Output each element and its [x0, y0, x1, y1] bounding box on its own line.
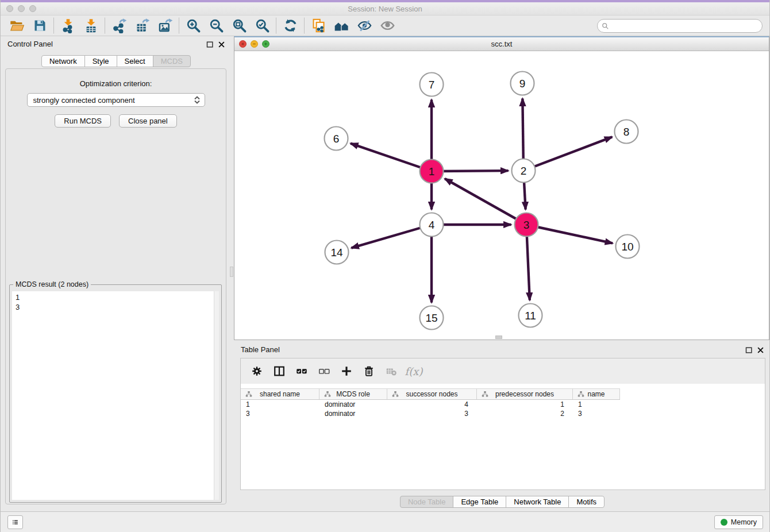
table-tab-motifs[interactable]: Motifs — [568, 496, 605, 508]
network-view-window: scc.txt 7968124314101511 — [234, 36, 769, 340]
vertical-splitter-grip[interactable] — [230, 267, 233, 277]
graph-node-14[interactable]: 14 — [325, 241, 349, 264]
cell-predecessor-nodes[interactable]: 1 — [477, 400, 573, 408]
cell-MCDS-role[interactable]: dominator — [319, 410, 387, 418]
table-tab-edge-table[interactable]: Edge Table — [453, 496, 506, 508]
delete-table-button[interactable] — [383, 363, 399, 379]
cell-predecessor-nodes[interactable]: 2 — [477, 410, 573, 418]
graph-node-7[interactable]: 7 — [420, 73, 444, 97]
graph-edge-3-10[interactable] — [526, 225, 613, 243]
copy-view-button[interactable] — [307, 17, 330, 35]
graph-edge-3-1[interactable] — [445, 179, 526, 225]
svg-text:3: 3 — [523, 219, 530, 231]
graph-node-1[interactable]: 1 — [420, 160, 444, 183]
toolbar-separator — [304, 18, 305, 33]
graph-edge-1-6[interactable] — [351, 144, 432, 171]
export-network-button[interactable] — [107, 17, 130, 35]
graph-node-4[interactable]: 4 — [420, 213, 444, 237]
settings-button[interactable] — [249, 363, 265, 379]
import-table-button[interactable] — [79, 17, 102, 35]
column-header-successor-nodes[interactable]: successor nodes — [387, 389, 477, 399]
close-panel-button[interactable]: Close panel — [119, 114, 177, 128]
optimization-criterion-select[interactable]: strongly connected component — [27, 93, 205, 107]
graph-node-8[interactable]: 8 — [615, 120, 638, 144]
task-history-button[interactable] — [7, 515, 23, 529]
table-row[interactable]: 3dominator323 — [241, 409, 765, 418]
graph-svg: 7968124314101511 — [234, 51, 769, 340]
tab-network[interactable]: Network — [41, 55, 85, 67]
graph-node-10[interactable]: 10 — [616, 235, 640, 259]
zoom-out-button[interactable] — [205, 17, 228, 35]
graph-node-6[interactable]: 6 — [325, 127, 348, 151]
window-resize-grip[interactable] — [495, 336, 502, 339]
network-window-titlebar[interactable]: scc.txt — [234, 37, 769, 51]
column-header-MCDS-role[interactable]: MCDS role — [319, 389, 387, 399]
function-button[interactable]: f(x) — [406, 363, 422, 379]
columns-icon — [273, 365, 286, 377]
open-button[interactable] — [5, 17, 28, 35]
import-network-button[interactable] — [56, 17, 79, 35]
search-box[interactable] — [597, 19, 763, 33]
zoom-selected-button[interactable] — [251, 17, 274, 35]
home-button[interactable] — [330, 17, 353, 35]
export-image-button[interactable] — [153, 17, 176, 35]
cell-shared-name[interactable]: 1 — [241, 400, 319, 408]
float-panel-icon[interactable] — [206, 40, 214, 49]
column-type-icon — [324, 391, 331, 398]
deselect-all-button[interactable] — [316, 363, 332, 379]
column-header-name[interactable]: name — [573, 389, 620, 399]
cell-shared-name[interactable]: 3 — [241, 410, 319, 418]
memory-button[interactable]: Memory — [714, 515, 763, 529]
delete-button[interactable] — [361, 363, 377, 379]
columns-button[interactable] — [271, 363, 287, 379]
search-input[interactable] — [610, 20, 762, 32]
show-graphics-button[interactable] — [376, 17, 399, 35]
graph-node-9[interactable]: 9 — [511, 72, 534, 95]
zoom-fit-button[interactable] — [228, 17, 251, 35]
table-tab-node-table[interactable]: Node Table — [400, 496, 454, 508]
graph-node-11[interactable]: 11 — [519, 304, 542, 327]
graph-edge-2-8[interactable] — [523, 137, 612, 171]
column-header-shared-name[interactable]: shared name — [241, 389, 319, 399]
network-canvas[interactable]: 7968124314101511 — [234, 51, 769, 340]
table-tab-network-table[interactable]: Network Table — [506, 496, 569, 508]
tab-style[interactable]: Style — [84, 55, 117, 67]
column-header-predecessor-nodes[interactable]: predecessor nodes — [477, 389, 573, 399]
column-type-icon — [482, 391, 488, 398]
cell-successor-nodes[interactable]: 4 — [387, 400, 477, 408]
graph-node-15[interactable]: 15 — [420, 306, 444, 330]
svg-text:11: 11 — [525, 310, 536, 322]
cell-MCDS-role[interactable]: dominator — [319, 400, 387, 408]
graph-node-2[interactable]: 2 — [512, 159, 536, 183]
select-all-icon — [295, 365, 308, 377]
hide-graphics-button[interactable] — [353, 17, 376, 35]
zoom-selected-icon — [255, 18, 270, 33]
table-row[interactable]: 1dominator411 — [241, 400, 765, 409]
export-table-button[interactable] — [130, 17, 153, 35]
settings-icon — [251, 365, 263, 377]
main-toolbar — [1, 16, 769, 36]
column-type-icon — [245, 391, 252, 398]
mcds-result-text[interactable]: 13 — [12, 291, 219, 500]
zoom-fit-icon — [232, 18, 247, 33]
refresh-button[interactable] — [279, 17, 302, 35]
select-all-button[interactable] — [294, 363, 310, 379]
result-scrollbar[interactable] — [214, 291, 219, 500]
cell-successor-nodes[interactable]: 3 — [387, 410, 477, 418]
tab-mcds[interactable]: MCDS — [153, 55, 191, 67]
close-panel-icon[interactable] — [217, 40, 226, 49]
float-table-panel-icon[interactable] — [745, 346, 753, 354]
cell-name[interactable]: 3 — [573, 410, 620, 418]
cell-name[interactable]: 1 — [573, 400, 620, 408]
search-icon — [601, 22, 610, 30]
graph-node-3[interactable]: 3 — [515, 213, 538, 237]
save-button[interactable] — [28, 17, 51, 35]
memory-label: Memory — [731, 518, 757, 526]
tab-select[interactable]: Select — [117, 55, 153, 67]
close-table-panel-icon[interactable] — [756, 346, 765, 354]
add-button[interactable] — [338, 363, 355, 379]
run-mcds-button[interactable]: Run MCDS — [55, 114, 111, 128]
deselect-all-icon — [318, 365, 330, 377]
graph-edge-4-14[interactable] — [351, 225, 432, 248]
zoom-in-button[interactable] — [182, 17, 205, 35]
